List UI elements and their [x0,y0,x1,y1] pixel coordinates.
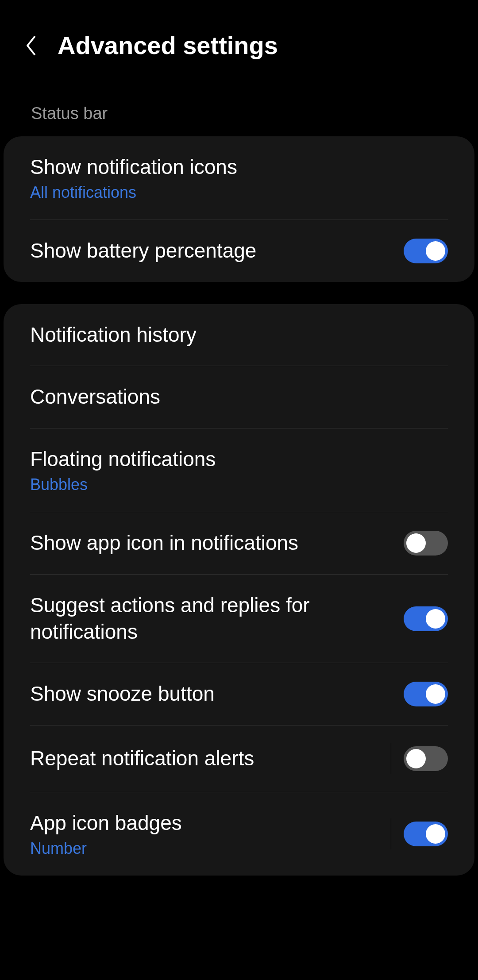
row-show-snooze[interactable]: Show snooze button [4,663,474,725]
row-suggest-actions[interactable]: Suggest actions and replies for notifica… [4,575,474,663]
toggle-app-icon-badges[interactable] [404,822,448,846]
page-title: Advanced settings [58,31,278,60]
row-conversations[interactable]: Conversations [4,366,474,428]
row-show-notification-icons[interactable]: Show notification icons All notification… [4,136,474,220]
row-title: Repeat notification alerts [30,745,391,772]
row-title: Suggest actions and replies for notifica… [30,592,404,645]
row-subtitle: Number [30,839,391,858]
row-subtitle: All notifications [30,183,448,202]
row-title: App icon badges [30,810,391,837]
main-card: Notification history Conversations Float… [4,304,474,876]
back-icon[interactable] [22,37,40,54]
toggle-repeat-alerts[interactable] [404,746,448,771]
toggle-show-app-icon[interactable] [404,531,448,556]
row-title: Show snooze button [30,681,404,707]
row-title: Show notification icons [30,154,448,181]
vertical-separator [391,743,391,774]
row-app-icon-badges[interactable]: App icon badges Number [4,792,474,876]
row-title: Floating notifications [30,446,448,473]
vertical-separator [391,818,391,849]
row-subtitle: Bubbles [30,475,448,494]
row-title: Show battery percentage [30,238,404,264]
row-repeat-alerts[interactable]: Repeat notification alerts [4,725,474,792]
row-show-battery-percentage[interactable]: Show battery percentage [4,220,474,282]
toggle-show-snooze[interactable] [404,682,448,706]
row-notification-history[interactable]: Notification history [4,304,474,366]
toggle-show-battery-percentage[interactable] [404,239,448,263]
toggle-suggest-actions[interactable] [404,606,448,631]
row-show-app-icon[interactable]: Show app icon in notifications [4,512,474,574]
row-floating-notifications[interactable]: Floating notifications Bubbles [4,428,474,512]
row-title: Notification history [30,322,448,348]
status-bar-card: Show notification icons All notification… [4,136,474,282]
row-title: Show app icon in notifications [30,530,404,556]
row-title: Conversations [30,384,448,410]
section-header-status-bar: Status bar [0,77,478,132]
